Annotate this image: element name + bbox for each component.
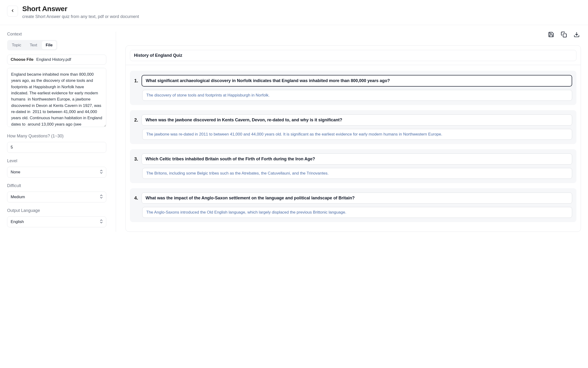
page-header: Short Answer create Short Answer quiz fr… (0, 0, 588, 25)
svg-rect-0 (563, 34, 567, 37)
chosen-file-name: England History.pdf (36, 57, 71, 62)
question-number: 4. (134, 195, 138, 201)
copy-button[interactable] (560, 32, 567, 38)
output-language-label: Output Language (7, 208, 106, 213)
chevron-left-icon (10, 9, 15, 14)
how-many-input[interactable] (7, 142, 106, 153)
question-input[interactable] (142, 193, 572, 204)
page-title: Short Answer (22, 5, 139, 13)
tab-text[interactable]: Text (26, 41, 41, 49)
back-button[interactable] (7, 6, 18, 17)
divider (126, 65, 581, 65)
download-icon (574, 31, 580, 38)
question-number: 3. (134, 156, 138, 162)
context-textarea[interactable] (7, 68, 106, 127)
main-layout: Context Topic Text File Choose File Engl… (0, 25, 588, 232)
question-card: 4. (130, 188, 576, 222)
copy-icon (561, 31, 567, 38)
question-input[interactable] (142, 114, 572, 126)
quiz-container: 1.2.3.4. (125, 46, 581, 232)
question-card: 3. (130, 149, 576, 183)
context-textarea-wrap (7, 68, 106, 128)
answer-input[interactable] (142, 129, 572, 140)
answer-input[interactable] (142, 207, 572, 218)
right-panel: 1.2.3.4. (116, 32, 581, 232)
question-input[interactable] (142, 154, 572, 165)
left-panel: Context Topic Text File Choose File Engl… (7, 32, 116, 232)
save-icon (548, 31, 554, 38)
question-number: 2. (134, 117, 138, 123)
difficult-label: Difficult (7, 183, 106, 188)
difficult-select[interactable]: Medium (7, 192, 106, 202)
page-subtitle: create Short Answer quiz from any text, … (22, 14, 139, 19)
context-tabs: Topic Text File (7, 40, 57, 50)
question-input[interactable] (142, 75, 572, 87)
level-label: Level (7, 158, 106, 163)
quiz-toolbar (125, 32, 581, 38)
download-button[interactable] (573, 32, 580, 38)
answer-input[interactable] (142, 90, 572, 101)
save-button[interactable] (548, 32, 554, 38)
tab-topic[interactable]: Topic (8, 41, 25, 49)
answer-input[interactable] (142, 168, 572, 179)
context-label: Context (7, 32, 106, 37)
tab-file[interactable]: File (42, 41, 56, 49)
header-titles: Short Answer create Short Answer quiz fr… (22, 5, 139, 19)
how-many-label: How Many Questions? (1~30) (7, 134, 106, 138)
file-chooser[interactable]: Choose File England History.pdf (7, 55, 106, 64)
question-card: 1. (130, 71, 576, 105)
question-card: 2. (130, 110, 576, 144)
level-select[interactable]: None (7, 167, 106, 178)
choose-file-label: Choose File (11, 57, 33, 62)
question-number: 1. (134, 78, 138, 83)
output-language-select[interactable]: English (7, 216, 106, 227)
quiz-title-input[interactable] (130, 50, 576, 61)
